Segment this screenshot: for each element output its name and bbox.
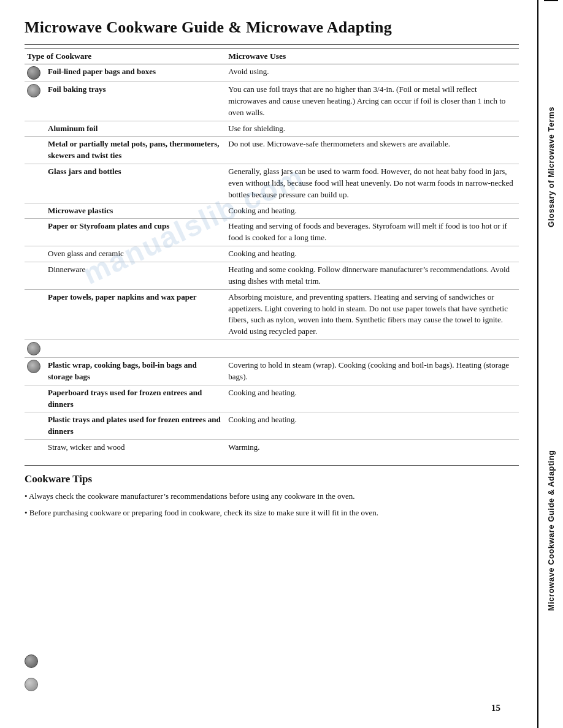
uses-cell: Avoid using.: [226, 64, 519, 82]
bottom-icons: [25, 654, 38, 691]
table-row: Oven glass and ceramicCooking and heatin…: [25, 246, 519, 262]
table-row: Paper or Styrofoam plates and cupsHeatin…: [25, 219, 519, 246]
icon-foil-baking: [27, 84, 40, 97]
col-header-type: Type of Cookware: [25, 49, 226, 64]
table-row: Microwave plasticsCooking and heating.: [25, 203, 519, 219]
main-content: manualslib.com Microwave Cookware Guide …: [0, 0, 537, 728]
icon-icon-row: [27, 342, 40, 355]
uses-cell: Heating and some cooking. Follow dinnerw…: [226, 262, 519, 289]
type-cell: Metal or partially metal pots, pans, the…: [45, 137, 226, 164]
icon-cell: [25, 219, 45, 246]
uses-cell: Cooking and heating.: [226, 385, 519, 412]
bottom-icon-1: [25, 654, 38, 668]
icon-cell: [25, 412, 45, 440]
icon-cell: [25, 137, 45, 164]
table-row: Foil baking traysYou can use foil trays …: [25, 82, 519, 121]
type-cell: Oven glass and ceramic: [45, 246, 226, 262]
uses-cell: Absorbing moisture, and preventing spatt…: [226, 289, 519, 339]
type-cell: Aluminum foil: [45, 121, 226, 137]
uses-cell: Cooking and heating.: [226, 412, 519, 440]
cookware-table: Type of Cookware Microwave Uses Foil-lin…: [25, 48, 519, 455]
icon-cell: [25, 440, 45, 455]
tip-1: • Always check the cookware manufacturer…: [25, 490, 519, 502]
uses-cell: You can use foil trays that are no highe…: [226, 82, 519, 121]
empty-uses-cell: [226, 340, 519, 358]
table-row: Plastic trays and plates used for frozen…: [25, 412, 519, 440]
type-cell: Dinnerware: [45, 262, 226, 289]
table-row: Glass jars and bottlesGenerally, glass j…: [25, 164, 519, 203]
icon-cell: [25, 121, 45, 137]
icon-cell: [25, 82, 45, 121]
empty-type-cell: [45, 340, 226, 358]
icon-cell: [25, 262, 45, 289]
table-row: Paper towels, paper napkins and wax pape…: [25, 289, 519, 339]
tips-columns: • Always check the cookware manufacturer…: [25, 490, 519, 524]
sidebar-bottom-label: Microwave Cookware Guide & Adapting: [544, 333, 558, 728]
icon-cell: [25, 340, 45, 358]
uses-cell: Cooking and heating.: [226, 246, 519, 262]
sidebar-top-label: Glossary of Microwave Terms: [544, 0, 558, 333]
uses-cell: Warming.: [226, 440, 519, 455]
type-cell: Paper towels, paper napkins and wax pape…: [45, 289, 226, 339]
type-cell: Glass jars and bottles: [45, 164, 226, 203]
table-row: DinnerwareHeating and some cooking. Foll…: [25, 262, 519, 289]
page-title: Microwave Cookware Guide & Microwave Ada…: [25, 18, 519, 37]
table-row: [25, 340, 519, 358]
bottom-rule: [25, 465, 519, 466]
icon-cell: [25, 246, 45, 262]
right-sidebar: Glossary of Microwave Terms Microwave Co…: [537, 0, 563, 728]
tips-col-1: • Always check the cookware manufacturer…: [25, 490, 519, 524]
icon-foil-lined: [27, 66, 40, 80]
icon-cell: [25, 358, 45, 385]
type-cell: Foil baking trays: [45, 82, 226, 121]
table-row: Paperboard trays used for frozen entrees…: [25, 385, 519, 412]
table-row: Plastic wrap, cooking bags, boil-in bags…: [25, 358, 519, 385]
type-cell: Paper or Styrofoam plates and cups: [45, 219, 226, 246]
uses-cell: Covering to hold in steam (wrap). Cookin…: [226, 358, 519, 385]
page-number: 15: [491, 703, 500, 713]
tip-2: • Before purchasing cookware or preparin…: [25, 507, 519, 519]
icon-plastic-wrap: [27, 360, 40, 373]
table-row: Metal or partially metal pots, pans, the…: [25, 137, 519, 164]
table-row: Foil-lined paper bags and boxesAvoid usi…: [25, 64, 519, 82]
uses-cell: Use for shielding.: [226, 121, 519, 137]
uses-cell: Do not use. Microwave-safe thermometers …: [226, 137, 519, 164]
uses-cell: Generally, glass jars can be used to war…: [226, 164, 519, 203]
icon-cell: [25, 164, 45, 203]
type-cell: Paperboard trays used for frozen entrees…: [45, 385, 226, 412]
icon-cell: [25, 385, 45, 412]
tips-title: Cookware Tips: [25, 473, 519, 485]
type-cell: Straw, wicker and wood: [45, 440, 226, 455]
type-cell: Plastic trays and plates used for frozen…: [45, 412, 226, 440]
type-cell: Plastic wrap, cooking bags, boil-in bags…: [45, 358, 226, 385]
table-row: Straw, wicker and woodWarming.: [25, 440, 519, 455]
icon-cell: [25, 289, 45, 339]
uses-cell: Heating and serving of foods and beverag…: [226, 219, 519, 246]
icon-cell: [25, 203, 45, 219]
uses-cell: Cooking and heating.: [226, 203, 519, 219]
type-cell: Microwave plastics: [45, 203, 226, 219]
col-header-uses: Microwave Uses: [226, 49, 519, 64]
table-header-row: Type of Cookware Microwave Uses: [25, 49, 519, 64]
type-cell: Foil-lined paper bags and boxes: [45, 64, 226, 82]
top-rule: [25, 44, 519, 45]
bottom-icon-2: [25, 678, 38, 691]
cookware-tips: Cookware Tips • Always check the cookwar…: [25, 473, 519, 524]
icon-cell: [25, 64, 45, 82]
table-row: Aluminum foilUse for shielding.: [25, 121, 519, 137]
